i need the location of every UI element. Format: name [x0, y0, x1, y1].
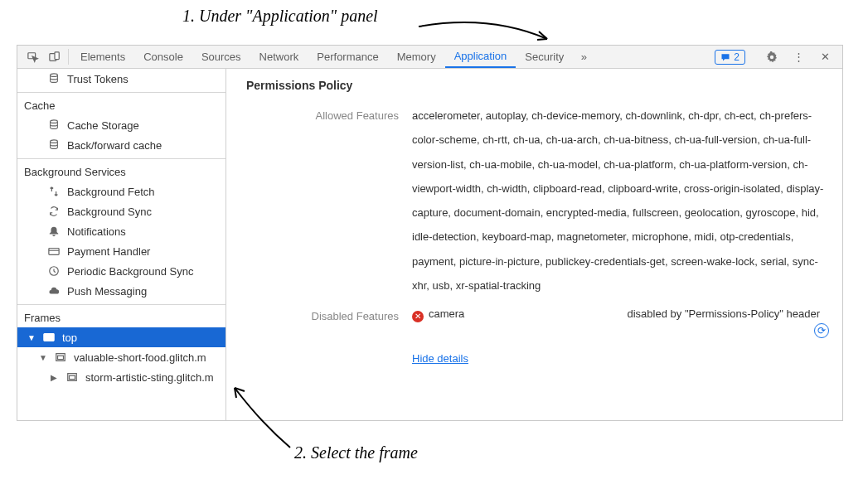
sidebar-header-cache: Cache [17, 96, 225, 115]
frame-label: valuable-short-food.glitch.m [74, 351, 206, 364]
svg-rect-2 [55, 51, 59, 59]
sidebar-item-label: Periodic Background Sync [67, 265, 193, 278]
disabled-features-label: Disabled Features [246, 304, 412, 371]
annotation-text-1: 1. Under "Application" panel [182, 7, 378, 26]
main-panel: Permissions Policy Allowed Features acce… [226, 69, 842, 420]
sidebar-item-push[interactable]: Push Messaging [17, 281, 225, 301]
messages-badge[interactable]: 2 [715, 50, 745, 65]
annotation-arrow-1 [415, 10, 564, 51]
sidebar-item-notifications[interactable]: Notifications [17, 221, 225, 241]
tab-performance[interactable]: Performance [308, 46, 387, 68]
sidebar-item-label: Push Messaging [67, 285, 147, 298]
sidebar-item-periodic-sync[interactable]: Periodic Background Sync [17, 261, 225, 281]
svg-rect-10 [58, 356, 64, 359]
annotation-text-2: 2. Select the frame [294, 443, 418, 462]
disabled-feature-reason: disabled by "Permissions-Policy" header … [628, 304, 830, 338]
expand-icon: ▼ [27, 333, 36, 342]
frame-child-1[interactable]: ▼ valuable-short-food.glitch.m [17, 347, 225, 367]
window-icon [42, 331, 56, 344]
application-sidebar: Trust Tokens Cache Cache Storage Back/fo… [17, 69, 226, 420]
device-toggle-icon[interactable] [44, 46, 65, 68]
close-icon[interactable]: ✕ [814, 51, 836, 63]
inspect-icon[interactable] [22, 46, 44, 68]
iframe-icon [65, 370, 79, 384]
expand-icon: ▼ [39, 353, 47, 362]
svg-rect-8 [44, 334, 54, 341]
tab-elements[interactable]: Elements [71, 46, 134, 68]
svg-point-5 [51, 140, 58, 143]
frame-child-2[interactable]: ▶ storm-artistic-sting.glitch.m [17, 367, 225, 387]
hide-details-link[interactable]: Hide details [412, 352, 468, 365]
svg-rect-12 [70, 375, 75, 379]
svg-point-3 [51, 74, 58, 77]
svg-rect-6 [49, 249, 59, 255]
panel-title: Permissions Policy [226, 69, 842, 100]
database-icon [47, 138, 61, 152]
frame-label: top [62, 332, 77, 344]
sidebar-item-bg-sync[interactable]: Background Sync [17, 201, 225, 221]
sidebar-item-label: Payment Handler [67, 245, 150, 258]
sidebar-header-background: Background Services [17, 162, 225, 182]
sidebar-header-frames: Frames [17, 308, 225, 327]
sidebar-item-payment[interactable]: Payment Handler [17, 241, 225, 261]
sync-icon [47, 205, 61, 218]
kebab-icon[interactable]: ⋮ [788, 51, 809, 63]
frame-top[interactable]: ▼ top [17, 327, 225, 347]
sidebar-item-trust-tokens[interactable]: Trust Tokens [17, 69, 225, 89]
annotation-arrow-2 [228, 381, 303, 456]
svg-point-4 [51, 120, 58, 123]
sidebar-item-bfcache[interactable]: Back/forward cache [17, 135, 225, 155]
tab-console[interactable]: Console [134, 46, 192, 68]
devtools-window: Elements Console Sources Network Perform… [17, 45, 843, 421]
database-icon [47, 72, 61, 85]
expand-icon: ▶ [51, 373, 59, 382]
cloud-icon [47, 284, 61, 298]
reload-icon[interactable]: ⟳ [814, 323, 829, 338]
sidebar-item-label: Notifications [67, 225, 126, 238]
bell-icon [47, 225, 61, 238]
tab-network[interactable]: Network [250, 46, 308, 68]
disabled-feature-name: ✕camera [412, 304, 614, 338]
allowed-features-value: accelerometer, autoplay, ch-device-memor… [412, 104, 829, 298]
error-icon: ✕ [412, 311, 424, 322]
sidebar-item-label: Trust Tokens [67, 73, 129, 85]
sidebar-item-label: Cache Storage [67, 119, 139, 132]
database-icon [47, 119, 61, 132]
messages-count: 2 [734, 51, 739, 63]
sidebar-item-cache-storage[interactable]: Cache Storage [17, 115, 225, 135]
clock-icon [47, 264, 61, 278]
sidebar-item-label: Back/forward cache [67, 139, 162, 152]
iframe-icon [54, 351, 67, 364]
more-tabs-icon[interactable]: » [573, 46, 594, 68]
frame-label: storm-artistic-sting.glitch.m [85, 371, 214, 384]
gear-icon[interactable] [761, 51, 783, 63]
sidebar-item-label: Background Sync [67, 206, 152, 218]
card-icon [47, 244, 61, 258]
tab-sources[interactable]: Sources [192, 46, 250, 68]
allowed-features-label: Allowed Features [246, 104, 412, 298]
sidebar-item-label: Background Fetch [67, 186, 155, 198]
sidebar-item-bg-fetch[interactable]: Background Fetch [17, 182, 225, 201]
fetch-icon [47, 185, 61, 198]
